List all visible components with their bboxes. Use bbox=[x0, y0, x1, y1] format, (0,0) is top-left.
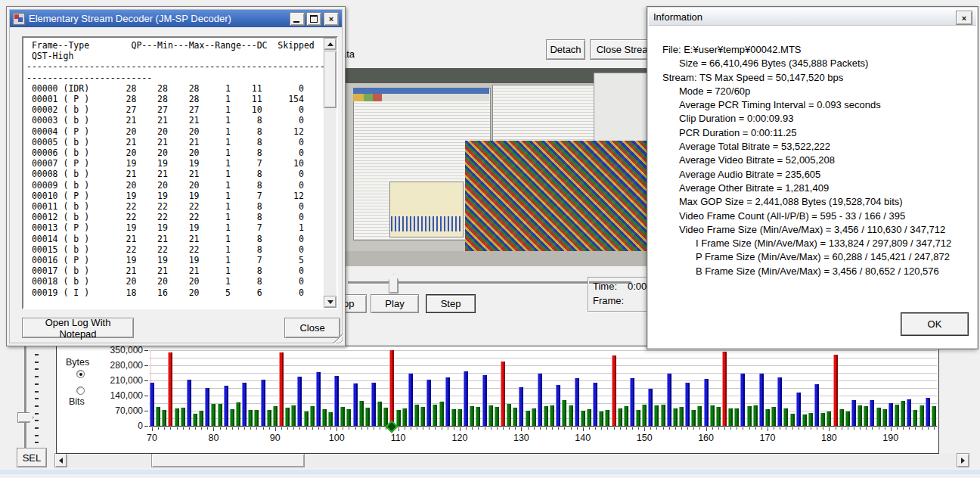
info-line: Average PCR Timing Interval = 0.093 seco… bbox=[662, 98, 970, 112]
decoder-log-text: Frame--Type QP---Min---Max--Range---DC S… bbox=[26, 40, 325, 298]
frame-bar-b bbox=[820, 413, 825, 426]
minimize-icon[interactable] bbox=[290, 12, 305, 26]
x-axis-tick bbox=[448, 427, 448, 430]
frame-bar-I bbox=[722, 352, 727, 426]
x-axis-tick bbox=[330, 427, 331, 430]
seek-slider-thumb[interactable] bbox=[389, 274, 399, 293]
x-axis-label: 80 bbox=[202, 433, 225, 443]
sel-button[interactable]: SEL bbox=[17, 448, 47, 467]
x-axis-tick bbox=[866, 427, 867, 430]
x-axis-label: 70 bbox=[141, 433, 163, 443]
frame-size-plot[interactable]: 070,000140,000210,000280,000350,00070809… bbox=[57, 346, 938, 453]
close-icon[interactable]: × bbox=[956, 11, 972, 25]
frame-bar-b bbox=[839, 409, 844, 426]
info-line: Clip Duration = 0:00:09.93 bbox=[662, 112, 970, 126]
up-arrow-icon bbox=[327, 42, 333, 46]
information-titlebar[interactable]: Information × bbox=[649, 8, 976, 26]
frame-bar-P bbox=[907, 399, 911, 426]
zoom-slider-thumb[interactable] bbox=[17, 412, 34, 423]
frame-bar-b bbox=[864, 406, 868, 426]
x-axis-tick bbox=[675, 427, 676, 430]
info-line: File: E:¥user¥temp¥00042.MTS bbox=[662, 43, 970, 57]
x-axis-tick bbox=[601, 427, 602, 430]
bitrate-chart-panel: Bytes Bits 070,000140,000210,000280,0003… bbox=[56, 346, 939, 454]
frame-bar-b bbox=[377, 402, 382, 426]
x-axis-tick bbox=[306, 427, 307, 430]
x-axis-tick bbox=[669, 427, 670, 430]
x-axis-tick bbox=[879, 427, 879, 430]
x-axis-tick bbox=[799, 427, 799, 430]
step-button[interactable]: Step bbox=[426, 294, 476, 313]
frame-bar-b bbox=[544, 406, 548, 426]
x-axis-tick bbox=[638, 427, 639, 430]
x-axis-tick bbox=[595, 427, 596, 430]
x-axis-tick bbox=[854, 427, 854, 430]
frame-bar-b bbox=[476, 407, 480, 426]
y-axis-label: 350,000 bbox=[82, 345, 143, 355]
ok-button[interactable]: OK bbox=[901, 312, 969, 336]
x-axis-tick bbox=[928, 427, 929, 430]
play-button[interactable]: Play bbox=[371, 294, 419, 313]
x-axis-tick bbox=[220, 427, 221, 430]
information-title: Information bbox=[653, 11, 702, 23]
info-line: Mode = 720/60p bbox=[662, 85, 970, 98]
timeline-scrollbar-thumb[interactable] bbox=[151, 453, 305, 467]
frame-bar-b bbox=[230, 409, 234, 426]
close-icon[interactable]: × bbox=[324, 12, 339, 26]
x-axis-tick bbox=[817, 427, 817, 430]
scroll-up-button[interactable] bbox=[324, 38, 336, 50]
frame-bar-P bbox=[426, 380, 431, 426]
scroll-down-button[interactable] bbox=[324, 296, 336, 308]
x-axis-tick bbox=[429, 427, 430, 430]
slider-tick bbox=[35, 376, 39, 377]
decoder-scrollbar-thumb[interactable] bbox=[324, 51, 336, 108]
frame-bar-b bbox=[783, 408, 788, 426]
close-button[interactable]: Close bbox=[284, 318, 340, 338]
x-axis-tick bbox=[380, 427, 380, 430]
x-axis-tick bbox=[460, 427, 461, 431]
frame-bar-P bbox=[464, 371, 468, 426]
info-line: Average Video Bitrate = 52,005,208 bbox=[662, 154, 970, 167]
timeline-scrollbar[interactable] bbox=[54, 453, 969, 467]
frame-bar-b bbox=[495, 407, 499, 426]
scroll-right-button[interactable] bbox=[957, 453, 969, 467]
decoder-log-textbox[interactable]: Frame--Type QP---Min---Max--Range---DC S… bbox=[22, 36, 338, 309]
frame-bar-b bbox=[882, 409, 887, 426]
x-axis-tick bbox=[466, 427, 467, 430]
time-label: Time: bbox=[593, 281, 617, 292]
decoder-log-scrollbar[interactable] bbox=[324, 38, 336, 308]
frame-bar-I bbox=[833, 355, 838, 426]
frame-bar-P bbox=[242, 383, 247, 426]
es-decoder-titlebar[interactable]: Elementary Stream Decoder (JM-SP Decoder… bbox=[10, 10, 342, 27]
x-axis-tick bbox=[281, 427, 282, 430]
detach-button[interactable]: Detach bbox=[546, 39, 585, 60]
info-line: Stream: TS Max Speed = 50,147,520 bps bbox=[662, 71, 970, 85]
frame-bar-P bbox=[667, 374, 671, 426]
y-axis-label: 70,000 bbox=[82, 405, 143, 416]
x-axis-tick bbox=[737, 427, 737, 430]
x-axis-tick bbox=[491, 427, 492, 430]
zoom-slider-groove[interactable] bbox=[24, 346, 26, 448]
maximize-icon[interactable] bbox=[306, 12, 321, 26]
x-axis-tick bbox=[656, 427, 657, 430]
frame-bar-P bbox=[889, 403, 893, 426]
y-axis-label: 210,000 bbox=[82, 375, 143, 386]
frame-bar-b bbox=[895, 405, 899, 426]
frame-bar-b bbox=[414, 405, 419, 426]
x-axis-tick bbox=[792, 427, 793, 430]
slider-tick bbox=[35, 427, 39, 429]
frame-bar-P bbox=[759, 374, 764, 426]
x-axis-tick bbox=[872, 427, 873, 430]
x-axis-tick bbox=[275, 427, 276, 431]
frame-bar-b bbox=[310, 406, 315, 426]
x-axis-tick bbox=[805, 427, 805, 430]
open-log-button[interactable]: Open Log With Notepad bbox=[22, 318, 134, 338]
scroll-left-button[interactable] bbox=[54, 453, 67, 467]
frame-bar-b bbox=[802, 414, 807, 426]
information-window: Information × File: E:¥user¥temp¥00042.M… bbox=[647, 6, 978, 349]
frame-bar-b bbox=[691, 410, 696, 426]
x-axis-tick bbox=[749, 427, 750, 430]
x-axis-tick bbox=[374, 427, 374, 430]
frame-bar-b bbox=[618, 408, 622, 426]
x-axis-tick bbox=[312, 427, 313, 430]
